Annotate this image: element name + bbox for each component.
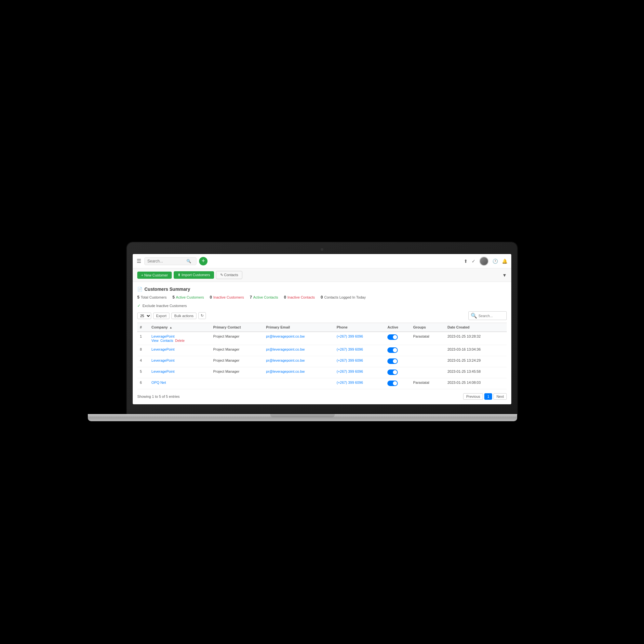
cell-active [385, 345, 410, 356]
stat-inactive-contacts[interactable]: 0 Inactive Contacts [284, 295, 315, 300]
customers-summary-title: Customers Summary [144, 287, 190, 292]
table-search-icon: 🔍 [471, 313, 477, 319]
table-search: 🔍 [468, 311, 507, 320]
per-page-select[interactable]: 25 [137, 313, 151, 319]
app-toolbar: + New Customer ⬆ Import Customers ✎ Cont… [133, 268, 511, 282]
phone-link[interactable]: (+267) 399 6096 [337, 358, 363, 362]
delete-link[interactable]: Delete [175, 339, 185, 342]
table-row: 5 LeveragePoint Project Manager pr@lever… [137, 367, 507, 378]
stat-inactive-label[interactable]: Inactive Customers [213, 295, 244, 299]
phone-link[interactable]: (+267) 399 6096 [337, 347, 363, 351]
check-icon[interactable]: ✓ [472, 259, 476, 264]
company-link[interactable]: LeveragePoint [152, 369, 208, 373]
import-customers-button[interactable]: ⬆ Import Customers [174, 271, 214, 279]
cell-primary-email: pr@leveragepoint.co.bw [263, 367, 334, 378]
cell-id: 1 [137, 332, 149, 345]
cell-primary-email: pr@leveragepoint.co.bw [263, 345, 334, 356]
cell-company: LeveragePoint [149, 345, 211, 356]
company-link[interactable]: LeveragePoint [152, 358, 208, 362]
pagination-controls: Previous 1 Next [463, 393, 507, 400]
active-toggle[interactable] [387, 381, 398, 386]
search-input[interactable] [147, 259, 186, 263]
table-search-input[interactable] [478, 314, 504, 318]
active-toggle[interactable] [387, 334, 398, 340]
stat-active-contacts-number: 7 [250, 295, 252, 300]
bulk-actions-button[interactable]: Bulk actions [171, 313, 196, 319]
company-link[interactable]: LeveragePoint [152, 334, 208, 338]
cell-primary-contact: Project Manager [210, 345, 263, 356]
share-icon[interactable]: ⬆ [464, 259, 468, 264]
add-button[interactable]: + [199, 257, 208, 265]
stat-active-label[interactable]: Active Customers [176, 295, 204, 299]
stat-inactive-number: 0 [210, 295, 212, 300]
active-toggle[interactable] [387, 358, 398, 364]
cell-primary-email [263, 378, 334, 389]
email-link[interactable]: pr@leveragepoint.co.bw [266, 334, 305, 338]
stat-active-customers[interactable]: 5 Active Customers [172, 295, 204, 300]
col-active: Active [385, 323, 410, 332]
cell-primary-contact [210, 378, 263, 389]
search-icon: 🔍 [186, 259, 191, 263]
phone-link[interactable]: (+267) 399 6096 [337, 334, 363, 338]
cell-primary-contact: Project Manager [210, 332, 263, 345]
laptop-base-notch [270, 414, 335, 417]
cell-date-created: 2023-03-16 13:04:36 [445, 345, 507, 356]
cell-date-created: 2023-01-25 10:28:32 [445, 332, 507, 345]
cell-phone: (+267) 399 6096 [334, 332, 385, 345]
email-link[interactable]: pr@leveragepoint.co.bw [266, 347, 305, 351]
laptop-screen: ☰ 🔍 + ⬆ ✓ 🕐 🔔 + New Customer ⬆ Import Cu… [133, 254, 511, 404]
contacts-button[interactable]: ✎ Contacts [216, 271, 242, 279]
cell-date-created: 2023-01-25 13:24:29 [445, 356, 507, 367]
view-link[interactable]: View [152, 339, 159, 342]
phone-link[interactable]: (+267) 399 6096 [337, 369, 363, 373]
cell-date-created: 2023-01-25 13:45:58 [445, 367, 507, 378]
contacts-link[interactable]: Contacts [160, 339, 173, 342]
email-link[interactable]: pr@leveragepoint.co.bw [266, 358, 305, 362]
email-link[interactable]: pr@leveragepoint.co.bw [266, 369, 305, 373]
customers-summary-header: 📄 Customers Summary [137, 287, 507, 292]
stat-total-customers: 5 Total Customers [137, 295, 167, 300]
cell-phone: (+267) 399 6096 [334, 356, 385, 367]
bell-icon[interactable]: 🔔 [502, 259, 507, 264]
cell-groups: Parastatal [410, 332, 445, 345]
stat-active-contacts-label[interactable]: Active Contacts [253, 295, 278, 299]
stat-inactive-customers[interactable]: 0 Inactive Customers [210, 295, 244, 300]
cell-groups [410, 367, 445, 378]
active-toggle[interactable] [387, 347, 398, 353]
active-toggle[interactable] [387, 369, 398, 375]
stat-inactive-contacts-label[interactable]: Inactive Contacts [288, 295, 315, 299]
cell-id: 8 [137, 345, 149, 356]
cell-company: LeveragePoint [149, 367, 211, 378]
filter-icon[interactable]: ▼ [502, 273, 507, 278]
menu-icon[interactable]: ☰ [137, 258, 141, 264]
avatar[interactable] [479, 257, 489, 266]
clock-icon[interactable]: 🕐 [492, 259, 498, 264]
page-1-button[interactable]: 1 [484, 393, 492, 400]
new-customer-button[interactable]: + New Customer [137, 272, 172, 279]
table-row: 6 OPQ Net (+267) 399 6096 Parastatal 202… [137, 378, 507, 389]
table-controls: 25 Export Bulk actions ↻ 🔍 [137, 311, 507, 320]
next-button[interactable]: Next [493, 393, 507, 400]
export-button[interactable]: Export [153, 313, 169, 319]
phone-link[interactable]: (+267) 399 6096 [337, 381, 363, 384]
header-right: ⬆ ✓ 🕐 🔔 [464, 257, 507, 266]
showing-text: Showing 1 to 5 of 5 entries [137, 395, 180, 398]
checkmark-icon: ✓ [137, 303, 141, 308]
company-link[interactable]: LeveragePoint [152, 347, 208, 351]
cell-id: 4 [137, 356, 149, 367]
previous-button[interactable]: Previous [463, 393, 483, 400]
summary-doc-icon: 📄 [137, 287, 142, 292]
table-row: 1 LeveragePoint View Contacts Delete Pro… [137, 332, 507, 345]
stat-total-label: Total Customers [141, 295, 167, 299]
summary-stats: 5 Total Customers 5 Active Customers 0 I… [137, 295, 507, 300]
table-row: 8 LeveragePoint Project Manager pr@lever… [137, 345, 507, 356]
cell-company: LeveragePoint View Contacts Delete [149, 332, 211, 345]
table-row: 4 LeveragePoint Project Manager pr@lever… [137, 356, 507, 367]
stat-active-contacts[interactable]: 7 Active Contacts [250, 295, 278, 300]
col-company[interactable]: Company ▲ [149, 323, 211, 332]
cell-groups [410, 345, 445, 356]
company-link[interactable]: OPQ Net [152, 381, 208, 384]
refresh-button[interactable]: ↻ [198, 312, 206, 319]
cell-groups: Parastatal [410, 378, 445, 389]
cell-phone: (+267) 399 6096 [334, 367, 385, 378]
